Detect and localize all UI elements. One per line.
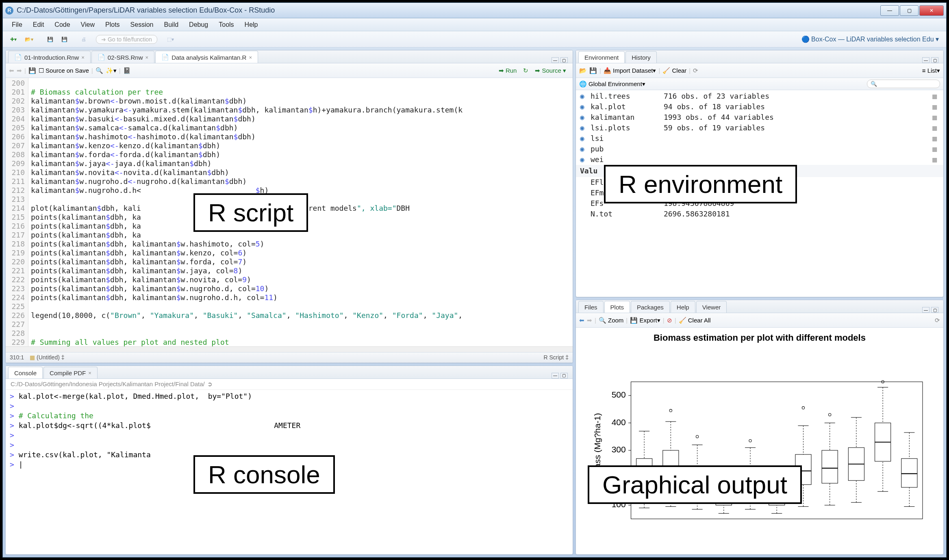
tab-help[interactable]: Help [671,301,695,313]
maximize-pane-icon[interactable]: ▢ [931,57,938,63]
open-file-button[interactable]: 📂▾ [22,35,37,44]
env-data-row[interactable]: ◉kalimantan1993 obs. of 44 variables▦ [576,112,943,123]
menu-plots[interactable]: Plots [100,19,125,30]
source-status: 310:1 ▦ (Untitled) ‡ R Script ‡ [6,352,573,363]
env-data-row[interactable]: ◉wei▦ [576,154,943,165]
env-tabs: Environment History ―▢ [576,50,943,63]
zoom-button[interactable]: 🔍 Zoom [599,317,624,324]
minimize-button[interactable]: ― [880,5,899,16]
env-data-row[interactable]: ◉lsi▦ [576,133,943,144]
svg-point-66 [828,413,831,416]
menu-tools[interactable]: Tools [214,19,239,30]
notebook-icon[interactable]: 📓 [123,67,131,74]
maximize-button[interactable]: ▢ [900,5,919,16]
refresh-icon[interactable]: ⟳ [693,67,698,74]
import-dataset-button[interactable]: 📥 Import Dataset▾ [604,67,656,74]
tab-history[interactable]: History [625,51,657,63]
file-type: R Script [543,354,564,361]
menu-view[interactable]: View [76,19,100,30]
close-icon[interactable]: × [81,54,85,61]
tab-files[interactable]: Files [578,301,604,313]
tab-01-introduction[interactable]: 📄01-Introduction.Rnw× [8,51,91,63]
print-button[interactable]: 🖨 [78,35,89,44]
close-button[interactable]: ✕ [919,5,944,16]
source-button[interactable]: ➡ Source ▾ [532,66,569,75]
minimize-pane-icon[interactable]: ― [922,57,929,63]
export-button[interactable]: 💾 Export▾ [630,317,660,324]
save-icon[interactable]: 💾 [28,67,36,74]
rstudio-window: R C:/D-Datos/Göttingen/Papers/LiDAR vari… [2,2,947,558]
tab-console[interactable]: Console [8,367,43,378]
env-data-row[interactable]: ◉pub▦ [576,144,943,154]
menu-help[interactable]: Help [240,19,263,30]
h-scrollbar[interactable] [6,346,573,352]
menu-session[interactable]: Session [126,19,159,30]
refresh-plot-icon[interactable]: ⟳ [935,317,940,324]
annotation-env: R environment [604,165,797,203]
minimize-pane-icon[interactable]: ― [922,307,929,313]
save-all-button[interactable]: 💾 [58,35,71,44]
remove-plot-icon[interactable]: ⊘ [667,317,672,324]
minimize-pane-icon[interactable]: ― [552,57,559,63]
clear-all-button[interactable]: 🧹 Clear All [679,317,711,324]
wand-icon[interactable]: ✨▾ [106,67,117,74]
svg-text:500: 500 [612,390,626,399]
prev-plot-icon[interactable]: ⬅ [579,317,584,324]
svg-rect-84 [901,458,917,487]
save-icon[interactable]: 💾 [589,67,597,74]
project-selector[interactable]: 🔵 Box-Cox — LiDAR variables selection Ed… [801,35,943,43]
tab-compile-pdf[interactable]: Compile PDF× [43,367,98,378]
back-icon[interactable]: ⬅ [9,67,14,74]
tab-plots[interactable]: Plots [604,301,630,313]
env-data-row[interactable]: ◉kal.plot94 obs. of 18 variables▦ [576,102,943,112]
main-toolbar: ✚▾ 📂▾ 💾 💾 🖨 ➜ Go to file/function ⬚▾ 🔵 B… [3,31,946,48]
titlebar[interactable]: R C:/D-Datos/Göttingen/Papers/LiDAR vari… [3,3,946,18]
env-search-input[interactable] [867,80,940,88]
maximize-pane-icon[interactable]: ▢ [931,307,938,313]
maximize-pane-icon[interactable]: ▢ [560,373,568,378]
env-value-row[interactable]: N.tot2696.5863280181 [576,209,943,219]
clear-button[interactable]: 🧹 Clear [662,67,686,74]
wd-go-icon[interactable]: ➲ [207,381,213,388]
goto-input[interactable]: ➜ Go to file/function [96,35,157,44]
tab-viewer[interactable]: Viewer [696,301,727,313]
svg-rect-64 [822,450,838,483]
menu-debug[interactable]: Debug [184,19,213,30]
next-plot-icon[interactable]: ➡ [587,317,592,324]
menu-build[interactable]: Build [159,19,184,30]
close-icon[interactable]: × [145,54,149,61]
env-scope[interactable]: 🌐 Global Environment▾ [579,80,645,88]
tab-02-srs[interactable]: 📄02-SRS.Rnw× [91,51,154,63]
source-toolbar: ⬅ ➡ | 💾 ☐ Source on Save | 🔍 ✨▾ | 📓 ➡ Ru… [6,63,573,78]
tab-packages[interactable]: Packages [631,301,670,313]
maximize-pane-icon[interactable]: ▢ [560,57,568,63]
svg-point-24 [669,409,672,412]
forward-icon[interactable]: ➡ [17,67,22,74]
env-scope-bar: 🌐 Global Environment▾ [576,78,943,90]
load-icon[interactable]: 📂 [579,67,587,74]
tab-environment[interactable]: Environment [578,51,625,63]
close-icon[interactable]: × [88,370,91,376]
plot-viewport: Biomass estimation per plot with differe… [576,328,943,554]
minimize-pane-icon[interactable]: ― [552,373,559,378]
menu-edit[interactable]: Edit [28,19,49,30]
svg-text:300: 300 [612,445,626,454]
find-icon[interactable]: 🔍 [96,67,103,74]
close-icon[interactable]: × [249,54,252,61]
section-name[interactable]: (Untitled) [37,354,60,361]
svg-point-31 [696,435,698,438]
source-on-save-checkbox[interactable]: ☐ Source on Save [39,67,89,74]
new-file-button[interactable]: ✚▾ [7,35,20,44]
env-data-row[interactable]: ◉lsi.plots59 obs. of 19 variables▦ [576,123,943,133]
addins-button[interactable]: ⬚▾ [164,35,177,44]
save-button[interactable]: 💾 [44,35,56,44]
list-view-button[interactable]: ≡ List▾ [922,67,940,74]
console-wd: C:/D-Datos/Göttingen/Indonesia Porjects/… [6,379,573,390]
tab-data-analysis[interactable]: 📄Data analysis Kalimantan.R× [155,51,258,63]
menu-code[interactable]: Code [50,19,75,30]
env-data-row[interactable]: ◉hil.trees716 obs. of 23 variables▦ [576,91,943,102]
menu-file[interactable]: File [7,19,27,30]
env-toolbar: 📂 💾 | 📥 Import Dataset▾ | 🧹 Clear | ⟳ ≡ … [576,63,943,78]
rerun-button[interactable]: ↻ [523,67,528,74]
run-button[interactable]: ➡ Run [495,66,520,75]
